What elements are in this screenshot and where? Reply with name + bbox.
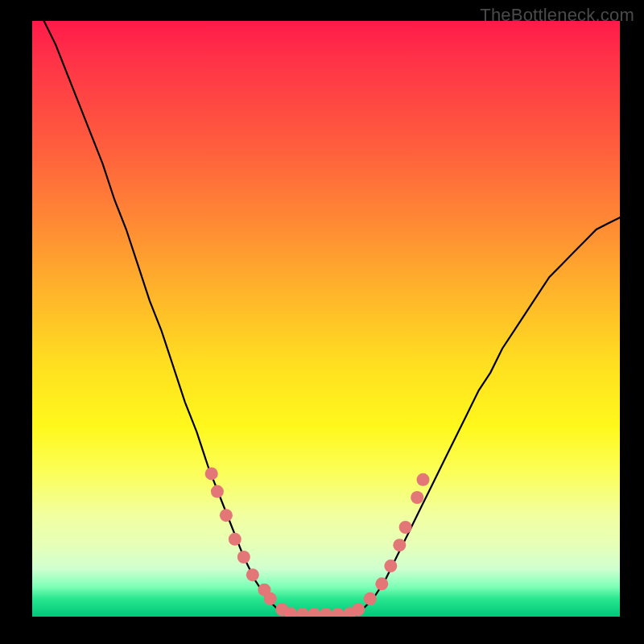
marker-dot (332, 608, 345, 617)
marker-dot (399, 521, 412, 534)
chart-frame: TheBottleneck.com (0, 0, 644, 644)
curve-overlay (32, 21, 620, 617)
watermark-text: TheBottleneck.com (480, 5, 634, 26)
marker-dot (352, 603, 365, 616)
marker-dot (229, 533, 242, 546)
marker-dots (205, 467, 430, 617)
marker-dot (384, 559, 397, 572)
marker-dot (205, 467, 218, 480)
plot-area (32, 21, 620, 617)
marker-dot (411, 491, 423, 504)
marker-dot (211, 485, 224, 498)
bottleneck-curve (44, 21, 620, 617)
curve-path (44, 21, 620, 617)
marker-dot (264, 592, 277, 605)
marker-dot (417, 473, 430, 486)
marker-dot (364, 592, 377, 605)
marker-dot (375, 577, 388, 590)
marker-dot (220, 509, 233, 522)
marker-dot (246, 568, 259, 581)
marker-dot (237, 551, 250, 564)
marker-dot (393, 539, 406, 551)
marker-dot (308, 608, 320, 617)
marker-dot (320, 608, 332, 617)
marker-dot (296, 608, 309, 617)
